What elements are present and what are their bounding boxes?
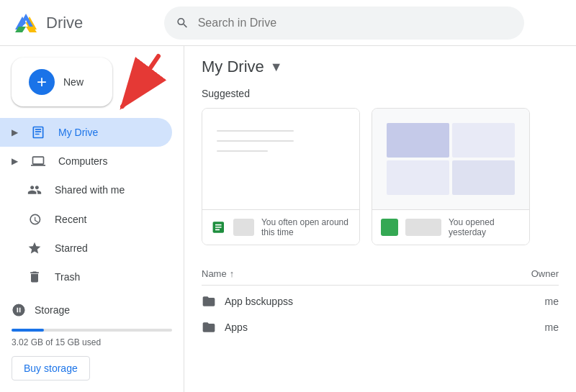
plus-icon: + bbox=[29, 69, 55, 95]
computers-icon bbox=[30, 152, 47, 170]
my-drive-icon bbox=[30, 124, 47, 141]
suggested-section: Suggested bbox=[202, 88, 559, 245]
storage-icon bbox=[12, 303, 26, 317]
sort-icon: ↑ bbox=[230, 268, 235, 279]
card-desc-2: You opened yesterday bbox=[449, 217, 521, 237]
file-name: Apps bbox=[225, 322, 248, 333]
drive-logo-icon bbox=[12, 9, 40, 37]
shared-icon bbox=[26, 181, 43, 199]
sidebar-item-recent[interactable]: Recent bbox=[0, 205, 172, 234]
new-button[interactable]: + New bbox=[12, 58, 112, 106]
sidebar-item-label: Trash bbox=[55, 271, 80, 283]
recent-icon bbox=[26, 211, 43, 228]
chevron-icon: ▶ bbox=[12, 127, 18, 137]
file-list: Name ↑ Owner App bsckuppss me bbox=[202, 263, 559, 340]
file-owner: me bbox=[472, 322, 559, 333]
doc-icon bbox=[211, 217, 226, 237]
sidebar-item-label: My Drive bbox=[58, 127, 98, 138]
search-input[interactable] bbox=[198, 17, 513, 29]
file-name: App bsckuppss bbox=[225, 296, 293, 307]
thumbnail-2 bbox=[372, 109, 529, 209]
file-owner: me bbox=[472, 296, 559, 307]
folder-icon bbox=[202, 294, 216, 309]
storage-bar bbox=[12, 329, 172, 332]
sidebar-item-trash[interactable]: Trash bbox=[0, 263, 172, 291]
sidebar-item-label: Starred bbox=[55, 242, 88, 254]
table-row[interactable]: App bsckuppss me bbox=[202, 288, 559, 314]
sidebar-item-label: Shared with me bbox=[55, 184, 125, 196]
sidebar-item-my-drive[interactable]: ▶ My Drive bbox=[0, 118, 172, 147]
sidebar-item-label: Computers bbox=[58, 155, 107, 167]
table-row[interactable]: Apps me bbox=[202, 314, 559, 340]
suggested-card-1[interactable]: You often open around this time bbox=[202, 108, 360, 245]
logo-area: Drive bbox=[12, 9, 156, 37]
storage-used-text: 3.02 GB of 15 GB used bbox=[12, 337, 172, 347]
suggested-label: Suggested bbox=[202, 88, 559, 99]
sidebar-item-starred[interactable]: Starred bbox=[0, 234, 172, 263]
starred-icon bbox=[26, 240, 43, 257]
file-list-header: Name ↑ Owner bbox=[202, 263, 559, 286]
drive-title-text: My Drive bbox=[202, 58, 264, 76]
thumb-badge-2 bbox=[405, 219, 441, 236]
sidebar-item-label: Recent bbox=[55, 214, 86, 225]
suggested-grid: You often open around this time bbox=[202, 108, 559, 245]
chevron-icon: ▶ bbox=[12, 156, 18, 166]
storage-bar-fill bbox=[12, 329, 44, 332]
main-content: My Drive ▼ Suggested bbox=[184, 46, 576, 392]
suggested-card-2[interactable]: You opened yesterday bbox=[372, 108, 530, 245]
card-desc-1: You often open around this time bbox=[261, 217, 351, 237]
new-button-label: New bbox=[63, 76, 84, 88]
trash-icon bbox=[26, 268, 43, 286]
storage-section: Storage 3.02 GB of 15 GB used Buy storag… bbox=[12, 291, 172, 380]
sidebar-item-computers[interactable]: ▶ Computers bbox=[0, 147, 172, 176]
drive-title-area[interactable]: My Drive ▼ bbox=[202, 58, 559, 76]
thumb-badge bbox=[233, 219, 254, 236]
storage-label: Storage bbox=[35, 304, 70, 316]
col-owner-label: Owner bbox=[472, 268, 559, 279]
search-icon bbox=[176, 16, 189, 30]
col-name-label: Name bbox=[202, 268, 227, 279]
buy-storage-button[interactable]: Buy storage bbox=[12, 356, 90, 380]
sidebar-item-shared-with-me[interactable]: Shared with me bbox=[0, 176, 172, 204]
sidebar: + New ▶ My Drive ▶ Computers bbox=[0, 46, 184, 392]
folder-icon bbox=[202, 320, 216, 334]
dropdown-icon[interactable]: ▼ bbox=[270, 60, 283, 75]
logo-text: Drive bbox=[46, 14, 83, 32]
thumbnail-1 bbox=[202, 109, 359, 209]
sheet-icon-badge bbox=[381, 219, 398, 236]
search-bar[interactable] bbox=[164, 6, 524, 40]
